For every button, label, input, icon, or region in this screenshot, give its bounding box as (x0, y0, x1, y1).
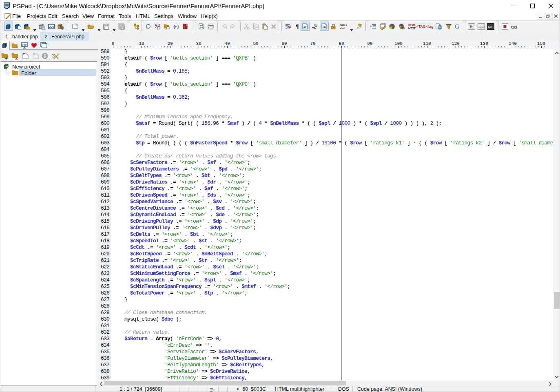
svg-text:C:\_: C:\_ (488, 25, 493, 28)
svg-text:G: G (455, 23, 459, 30)
svg-text:↳TXT: ↳TXT (408, 27, 416, 30)
svg-text:}: } (177, 24, 179, 29)
svg-text:+: + (5, 56, 7, 60)
svg-text:HTML: HTML (408, 24, 416, 27)
svg-text:1010: 1010 (478, 25, 485, 28)
svg-text:x: x (15, 56, 18, 60)
svg-text:<tag: <tag (426, 24, 434, 29)
svg-text:FTP: FTP (22, 44, 27, 46)
svg-text:+: + (175, 25, 177, 29)
svg-text:SPELL: SPELL (340, 24, 347, 27)
svg-text:¶: ¶ (296, 24, 299, 30)
svg-text:<TAG: <TAG (416, 24, 426, 29)
svg-text:LOG: LOG (49, 25, 54, 28)
svg-text:#10: #10 (400, 27, 405, 30)
